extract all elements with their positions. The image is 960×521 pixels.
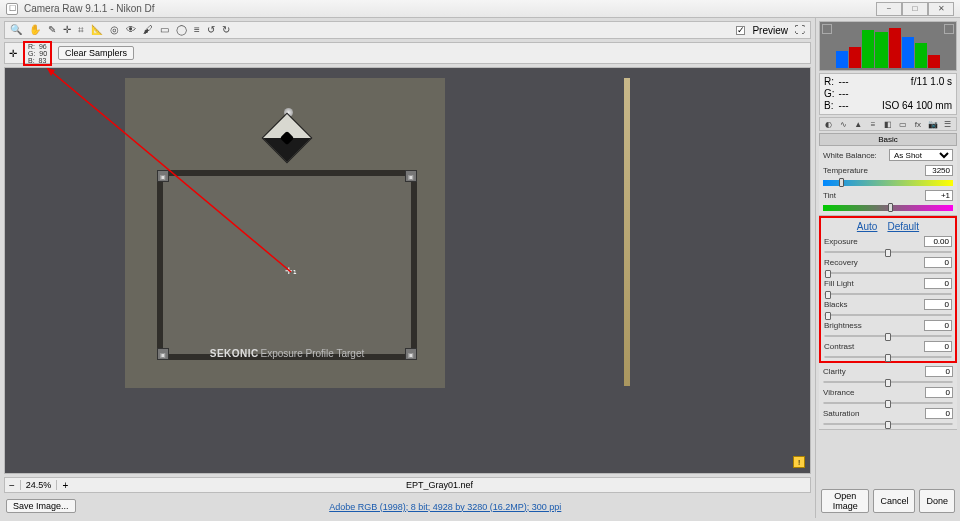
prefs-icon[interactable]: ≡: [194, 25, 200, 35]
clarity-value[interactable]: 0: [925, 366, 953, 377]
tab-split[interactable]: ◧: [883, 119, 894, 129]
vibrance-slider[interactable]: [823, 402, 953, 404]
tab-detail[interactable]: ▲: [853, 119, 864, 129]
corner-marker: ▣: [157, 348, 169, 360]
target-brand: SEKONIC Exposure Profile Target: [210, 348, 365, 359]
tab-fx[interactable]: fx: [912, 119, 923, 129]
exposure-slider[interactable]: [824, 251, 952, 253]
open-image-button[interactable]: Open Image: [821, 489, 869, 513]
histogram-bars: [836, 26, 940, 68]
clarity-label: Clarity: [823, 367, 921, 376]
filename-label: EPT_Gray01.nef: [73, 480, 806, 490]
bright-value[interactable]: 0: [924, 320, 952, 331]
zoom-value[interactable]: 24.5%: [26, 480, 52, 490]
card-edge: [624, 78, 630, 386]
clarity-slider[interactable]: [823, 381, 953, 383]
panel-header: Basic: [819, 133, 957, 146]
clear-samplers-button[interactable]: Clear Samplers: [58, 46, 134, 60]
preview-checkbox[interactable]: [736, 26, 745, 35]
cancel-button[interactable]: Cancel: [873, 489, 915, 513]
panel-tabs: ◐ ∿ ▲ ≡ ◧ ▭ fx 📷 ☰: [819, 117, 957, 131]
image-preview[interactable]: ▣ ▣ ▣ ▣ SEKONIC Exposure Profile Target …: [4, 67, 811, 474]
fill-slider[interactable]: [824, 293, 952, 295]
tab-hsl[interactable]: ≡: [868, 119, 879, 129]
straighten-icon[interactable]: 📐: [91, 25, 103, 35]
saturation-slider[interactable]: [823, 423, 953, 425]
recovery-slider[interactable]: [824, 272, 952, 274]
blacks-label: Blacks: [824, 300, 920, 309]
auto-link[interactable]: Auto: [857, 221, 878, 232]
tab-basic[interactable]: ◐: [823, 119, 834, 129]
contrast-label: Contrast: [824, 342, 920, 351]
blacks-slider[interactable]: [824, 314, 952, 316]
preview-footer: − 24.5% + EPT_Gray01.nef: [4, 477, 811, 493]
tint-value[interactable]: +1: [925, 190, 953, 201]
minimize-button[interactable]: −: [876, 2, 902, 16]
temp-slider[interactable]: [823, 180, 953, 186]
corner-marker: ▣: [405, 348, 417, 360]
clipping-warning-icon[interactable]: !: [793, 456, 805, 468]
exposure-label: Exposure: [824, 237, 920, 246]
vibrance-label: Vibrance: [823, 388, 921, 397]
tint-slider[interactable]: [823, 205, 953, 211]
maximize-button[interactable]: □: [902, 2, 928, 16]
default-link[interactable]: Default: [887, 221, 919, 232]
corner-marker: ▣: [157, 170, 169, 182]
tab-camera[interactable]: 📷: [927, 119, 938, 129]
wb-select[interactable]: As Shot: [889, 149, 953, 161]
saturation-value[interactable]: 0: [925, 408, 953, 419]
window-title: Camera Raw 9.1.1 - Nikon Df: [24, 3, 155, 14]
fill-value[interactable]: 0: [924, 278, 952, 289]
sampler-point-icon: ✛: [9, 48, 17, 59]
highlight-clip-icon[interactable]: [944, 24, 954, 34]
close-button[interactable]: ✕: [928, 2, 954, 16]
blacks-value[interactable]: 0: [924, 299, 952, 310]
top-toolbar: 🔍 ✋ ✎ ✛ ⌗ 📐 ◎ 👁 🖌 ▭ ◯ ≡ ↺ ↻ Preview ⛶: [4, 21, 811, 39]
preview-label: Preview: [752, 25, 788, 36]
bright-slider[interactable]: [824, 335, 952, 337]
zoom-out-icon[interactable]: −: [9, 480, 15, 491]
corner-marker: ▣: [405, 170, 417, 182]
zoom-in-icon[interactable]: +: [62, 480, 68, 491]
app-icon: ☐: [6, 3, 18, 15]
rotate-ccw-icon[interactable]: ↺: [207, 25, 215, 35]
eyedropper-icon[interactable]: ✎: [48, 25, 56, 35]
bright-label: Brightness: [824, 321, 920, 330]
fullscreen-icon[interactable]: ⛶: [795, 25, 805, 35]
hand-tool-icon[interactable]: ✋: [29, 25, 41, 35]
exif-info: R:---f/11 1.0 s G:--- B:---ISO 64 100 mm: [819, 73, 957, 115]
rgb-readout: R: 96 G: 90 B: 83: [23, 41, 52, 66]
done-button[interactable]: Done: [919, 489, 955, 513]
shadow-clip-icon[interactable]: [822, 24, 832, 34]
contrast-slider[interactable]: [824, 356, 952, 358]
recovery-value[interactable]: 0: [924, 257, 952, 268]
saturation-label: Saturation: [823, 409, 921, 418]
rotate-cw-icon[interactable]: ↻: [222, 25, 230, 35]
bottom-row: Save Image... Adobe RGB (1998); 8 bit; 4…: [4, 496, 811, 514]
contrast-value[interactable]: 0: [924, 341, 952, 352]
temp-label: Temperature: [823, 166, 921, 175]
histogram[interactable]: [819, 21, 957, 71]
zoom-tool-icon[interactable]: 🔍: [10, 25, 22, 35]
tab-curve[interactable]: ∿: [838, 119, 849, 129]
wb-label: White Balance:: [823, 151, 885, 160]
temp-value[interactable]: 3250: [925, 165, 953, 176]
sampler-bar: ✛ R: 96 G: 90 B: 83 Clear Samplers: [4, 42, 811, 64]
tab-presets[interactable]: ☰: [942, 119, 953, 129]
sampler-icon[interactable]: ✛: [63, 25, 71, 35]
exposure-group: AutoDefault Exposure0.00 Recovery0 Fill …: [819, 216, 957, 363]
fill-label: Fill Light: [824, 279, 920, 288]
tab-lens[interactable]: ▭: [897, 119, 908, 129]
tint-label: Tint: [823, 191, 921, 200]
adjust-brush-icon[interactable]: 🖌: [143, 25, 153, 35]
redeye-icon[interactable]: 👁: [126, 25, 136, 35]
title-bar: ☐ Camera Raw 9.1.1 - Nikon Df − □ ✕: [0, 0, 960, 18]
crop-tool-icon[interactable]: ⌗: [78, 25, 84, 35]
spot-removal-icon[interactable]: ◎: [110, 25, 119, 35]
radial-filter-icon[interactable]: ◯: [176, 25, 187, 35]
vibrance-value[interactable]: 0: [925, 387, 953, 398]
grad-filter-icon[interactable]: ▭: [160, 25, 169, 35]
workflow-link[interactable]: Adobe RGB (1998); 8 bit; 4928 by 3280 (1…: [329, 502, 561, 512]
exposure-value[interactable]: 0.00: [924, 236, 952, 247]
save-image-button[interactable]: Save Image...: [6, 499, 76, 513]
